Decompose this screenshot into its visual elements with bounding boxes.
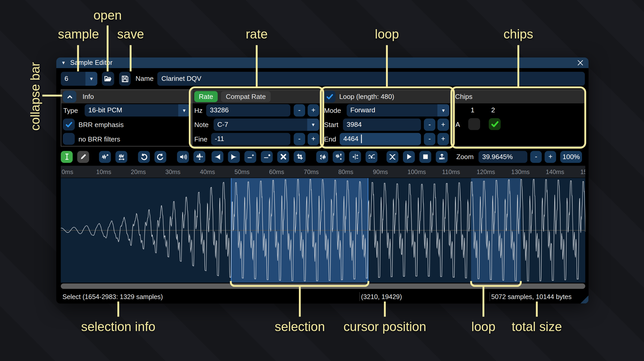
annotation-sample: sample — [46, 27, 111, 42]
chevron-down-icon[interactable]: ▼ — [307, 119, 319, 131]
ruler-tick: 100ms — [407, 168, 426, 175]
crossfade-loop-button[interactable] — [387, 151, 398, 163]
time-ruler[interactable]: 0ms10ms20ms30ms40ms50ms60ms70ms80ms90ms1… — [61, 166, 585, 178]
open-sample-button[interactable] — [102, 72, 114, 86]
wave-expand-icon — [196, 153, 203, 161]
apply-silence-button[interactable] — [261, 151, 273, 163]
fine-label: Fine — [194, 135, 207, 143]
loop-end-input[interactable]: 4464 — [340, 133, 421, 145]
edit-select-button[interactable] — [61, 151, 73, 163]
sample-toolbar: Zoom 39.9645% - + 100% — [61, 151, 585, 163]
window-collapse-triangle-icon[interactable]: ▼ — [61, 60, 66, 65]
collapse-bar-button[interactable] — [63, 91, 76, 103]
save-sample-button[interactable] — [119, 72, 131, 86]
note-label: Note — [194, 121, 208, 129]
loop-panel: Loop (length: 480) Mode Forward ▼ Start … — [322, 89, 452, 146]
loop-mode-value: Forward — [350, 106, 375, 114]
hz-label: Hz — [194, 107, 202, 114]
insert-silence-button[interactable] — [244, 151, 256, 163]
window-resize-grip[interactable] — [580, 295, 589, 304]
annotation-selection: selection — [246, 320, 353, 334]
property-panels: Info Type 16-bit PCM ▼ BRR emphasis — [61, 89, 585, 146]
compat-rate-tab[interactable]: Compat Rate — [221, 91, 271, 102]
invert-button[interactable] — [333, 151, 345, 163]
type-value: 16-bit PCM — [88, 106, 122, 114]
type-select[interactable]: 16-bit PCM ▼ — [85, 104, 190, 117]
chevron-down-icon[interactable]: ▼ — [437, 104, 449, 117]
zoom-input[interactable]: 39.9645% — [479, 151, 527, 163]
upload-sample-button[interactable] — [436, 151, 448, 163]
no-brr-filters-label: no BRR filters — [78, 135, 120, 143]
ruler-tick: 60ms — [269, 168, 284, 175]
waveform-view[interactable] — [61, 178, 585, 282]
window-titlebar[interactable]: ▼ Sample Editor — [56, 57, 589, 68]
loop-start-row: Start 3984 - + — [322, 118, 452, 132]
fine-decrement-button[interactable]: - — [294, 133, 305, 145]
note-select[interactable]: C-7 ▼ — [214, 119, 319, 131]
zoom-out-button[interactable]: - — [530, 151, 542, 163]
loop-panel-header: Loop (length: 480) — [322, 90, 452, 103]
loop-mode-select[interactable]: Forward ▼ — [347, 104, 449, 117]
loop-start-increment-button[interactable]: + — [437, 119, 449, 131]
insert-wave-button[interactable] — [99, 151, 111, 163]
play-preview-button[interactable] — [403, 151, 415, 163]
chips-panel: Chips 1 2 A — [452, 89, 585, 146]
delete-button[interactable] — [277, 151, 289, 163]
loop-start-input[interactable]: 3984 — [343, 119, 421, 131]
ruler-tick: 80ms — [338, 168, 353, 175]
fade-out-button[interactable] — [228, 151, 240, 163]
loop-enabled-checkbox[interactable] — [324, 91, 336, 103]
ruler-tick: 90ms — [373, 168, 388, 175]
fade-in-button[interactable] — [211, 151, 223, 163]
chevron-down-icon[interactable]: ▼ — [85, 72, 97, 86]
hz-decrement-button[interactable]: - — [294, 104, 305, 117]
trim-button[interactable] — [294, 151, 306, 163]
fine-increment-button[interactable]: + — [308, 133, 319, 145]
rate-panel: Rate Compat Rate Hz 33286 - + Note C-7 ▼ — [192, 89, 322, 146]
stop-preview-button[interactable] — [419, 151, 431, 163]
edit-draw-button[interactable] — [77, 151, 89, 163]
resize-wave-button[interactable] — [115, 151, 127, 163]
zoom-in-button[interactable]: + — [545, 151, 556, 163]
brr-emphasis-checkbox[interactable] — [63, 119, 75, 130]
waveform-canvas[interactable] — [61, 178, 585, 282]
signed-unsigned-button[interactable] — [349, 151, 361, 163]
sample-number-select[interactable]: 6 ▼ — [61, 72, 97, 86]
annotation-loop-bottom: loop — [430, 320, 537, 334]
reverse-button[interactable] — [316, 151, 328, 163]
sample-editor-window: ▼ Sample Editor 6 ▼ — [56, 57, 589, 303]
undo-button[interactable] — [138, 151, 150, 163]
loop-start-decrement-button[interactable]: - — [424, 119, 435, 131]
scrollbar-thumb[interactable] — [61, 284, 585, 289]
wave-stretch-icon — [118, 153, 125, 161]
ruler-tick: 50ms — [234, 168, 249, 175]
crossfade-icon — [389, 153, 396, 161]
hz-row: Hz 33286 - + — [192, 103, 321, 118]
amplify-button[interactable] — [177, 151, 189, 163]
loop-end-increment-button[interactable]: + — [437, 133, 449, 145]
annotation-open: open — [75, 8, 140, 23]
fade-in-icon — [214, 153, 221, 161]
annotation-collapse-bar: collapse bar — [28, 43, 43, 150]
chip-column-2: 2 — [491, 106, 495, 114]
normalize-button[interactable] — [193, 151, 205, 163]
loop-end-decrement-button[interactable]: - — [424, 133, 435, 145]
line-star-icon — [263, 153, 271, 161]
annotation-selection-info: selection info — [65, 320, 172, 334]
hz-input[interactable]: 33286 — [206, 104, 291, 117]
hz-increment-button[interactable]: + — [308, 104, 319, 117]
filter-button[interactable] — [366, 151, 377, 163]
fine-input[interactable]: -11 — [211, 133, 291, 145]
no-brr-filters-checkbox[interactable] — [63, 133, 75, 145]
chip-1-checkbox[interactable] — [468, 118, 480, 130]
waveform-scrollbar[interactable] — [61, 284, 585, 289]
loop-end-value: 4464 — [343, 135, 358, 143]
sample-name-input[interactable]: Clarinet DQV — [157, 72, 585, 86]
rate-tab[interactable]: Rate — [194, 91, 217, 102]
redo-button[interactable] — [154, 151, 166, 163]
chip-2-checkbox[interactable] — [489, 118, 501, 130]
close-button[interactable] — [575, 58, 585, 68]
chevron-down-icon[interactable]: ▼ — [178, 104, 190, 117]
annotation-chips: chips — [486, 27, 551, 42]
zoom-reset-button[interactable]: 100% — [560, 151, 582, 163]
